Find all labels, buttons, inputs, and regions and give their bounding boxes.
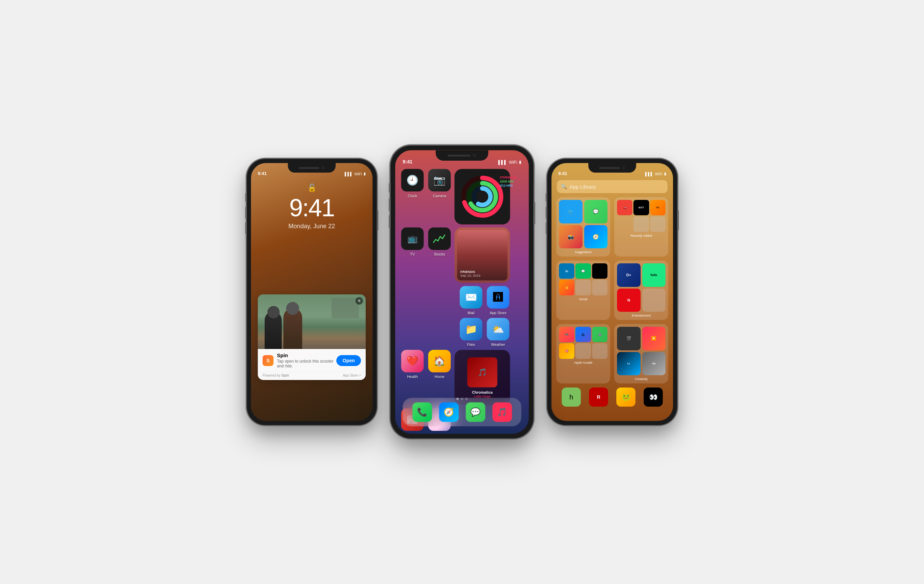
files-app-icon[interactable]: 📁 [460, 318, 482, 341]
recently-added-folder[interactable]: 🚗 NYT 🍽 Recent [614, 197, 668, 257]
home-app-grid: 🕘 Clock 📷 Camera [401, 169, 524, 434]
weather-icon-wrap[interactable]: ⛅ Weather [486, 318, 510, 347]
stocks-label: Stocks [434, 252, 445, 256]
battery-icon: ▮ [364, 171, 366, 176]
entertainment-folder[interactable]: D+ hulu N Entertainment [614, 261, 668, 320]
music-bg: 🎵 Chromatica Lady Gaga [454, 350, 510, 405]
camera-app-icon[interactable]: 📷 [428, 169, 451, 191]
netflix-icon[interactable]: N [617, 289, 640, 312]
arcade-label: Apple Arcade [559, 361, 607, 364]
files-icon-wrap[interactable]: 📁 Files [459, 318, 483, 347]
volume-up-button-3[interactable] [546, 207, 547, 219]
linkedin-icon[interactable]: in [559, 263, 574, 279]
health-icon-wrap[interactable]: ❤️ Health [401, 350, 424, 378]
volume-up-button[interactable] [245, 207, 247, 219]
tv-icon-wrap[interactable]: 📺 TV [401, 227, 424, 257]
appstore-icon-wrap[interactable]: 🅰 App Store [486, 286, 510, 315]
home-icon-wrap[interactable]: 🏠 Home [427, 350, 451, 378]
activity-widget[interactable]: 375/500 CAL 19/30 MIN 4/12 HRS [454, 169, 510, 224]
song-artist: Lady Gaga [474, 394, 490, 398]
power-button[interactable] [377, 210, 378, 230]
safari-icon-lib[interactable]: 🧭 [584, 225, 608, 249]
wechat-icon[interactable]: 💬 [575, 263, 591, 279]
stocks-icon-wrap[interactable]: Stocks [427, 227, 451, 257]
creativity-grid: 🎬 ▶️ Lr Aa [617, 327, 665, 375]
song-title: Chromatica [472, 390, 493, 394]
notification-close[interactable]: ✕ [355, 297, 363, 304]
suggestions-folder[interactable]: 🐦 💬 📸 🧭 [556, 197, 610, 257]
mail-app-icon[interactable]: ✉️ [460, 286, 482, 308]
eyes-icon[interactable]: 👀 [644, 388, 663, 406]
volume-down-button-2[interactable] [389, 215, 391, 229]
music-widget[interactable]: 🎵 Chromatica Lady Gaga [454, 350, 510, 405]
power-button-3[interactable] [677, 210, 679, 230]
hulu-icon[interactable]: hulu [642, 263, 666, 287]
clock-app-icon[interactable]: 🕘 [401, 169, 424, 191]
aa-icon[interactable]: Aa [642, 352, 666, 375]
home-app-icon[interactable]: 🏠 [428, 350, 451, 372]
epi-icon[interactable]: 🍽 [650, 200, 665, 215]
arcade-game3[interactable]: 👾 [592, 327, 607, 342]
wobble-icon[interactable]: 👋 [559, 280, 574, 295]
action-icon[interactable]: ▶️ [642, 327, 666, 350]
arcade-empty1 [575, 343, 591, 359]
clock-icon-wrap[interactable]: 🕘 Clock [401, 169, 424, 198]
notification-body: Tap open to unlock this scooter and ride… [277, 359, 337, 368]
phone-app-library: 9:41 ▌▌▌ WiFi ▮ 🔍 App Library [547, 159, 677, 425]
dock-phone-icon[interactable]: 📞 [412, 402, 432, 422]
volume-up-button-2[interactable] [389, 198, 391, 212]
volume-down-button-3[interactable] [546, 222, 547, 234]
houzz-wrap[interactable]: h [562, 388, 581, 406]
arcade-game1[interactable]: 🎮 [559, 327, 574, 342]
social-folder[interactable]: in 💬 ♪ 👋 [556, 261, 610, 320]
powered-by-text: Powered by Spin [262, 373, 289, 377]
stocks-app-icon[interactable] [428, 227, 451, 250]
screencast-icon[interactable]: 🎬 [617, 327, 640, 350]
silent-button-3[interactable] [546, 193, 547, 202]
mail-icon-wrap[interactable]: ✉️ Mail [459, 286, 483, 315]
tv-app-icon[interactable]: 📺 [401, 227, 424, 250]
home-row-1: 🕘 Clock 📷 Camera [401, 169, 524, 224]
weather-app-icon[interactable]: ⛅ [487, 318, 510, 341]
houzz-icon[interactable]: h [562, 388, 581, 406]
twitter-icon[interactable]: 🐦 [559, 200, 582, 224]
disney-icon[interactable]: D+ [617, 263, 640, 287]
power-button-2[interactable] [533, 202, 535, 224]
instagram-icon[interactable]: 📸 [559, 225, 582, 249]
dock-messages-icon[interactable]: 💬 [465, 402, 485, 422]
messages-bubble: 💬 [593, 209, 599, 214]
dock-music-icon[interactable]: 🎵 [492, 402, 512, 422]
home-row-3: ✉️ Mail 📁 Files [401, 286, 524, 347]
arcade-game4[interactable]: 🎯 [559, 343, 574, 359]
eyes-wrap[interactable]: 👀 [644, 388, 663, 406]
health-app-icon[interactable]: ❤️ [401, 350, 424, 372]
nyt-icon[interactable]: NYT [634, 200, 649, 215]
character-wrap[interactable]: 🐸 [616, 388, 635, 406]
camera-icon-wrap[interactable]: 📷 Camera [427, 169, 451, 198]
app-library-search[interactable]: 🔍 App Library [557, 180, 668, 193]
search-icon: 🔍 [561, 184, 567, 189]
dock-safari-icon[interactable]: 🧭 [439, 402, 458, 422]
arcade-game2[interactable]: 🕹 [575, 327, 591, 342]
silent-button-2[interactable] [389, 183, 391, 193]
notification-open-button[interactable]: Open [337, 355, 361, 366]
appstore-app-icon[interactable]: 🅰 [487, 286, 510, 308]
messages-icon-lib[interactable]: 💬 [584, 200, 608, 224]
library-row-1: 🐦 💬 📸 🧭 [556, 197, 668, 257]
lr-icon[interactable]: Lr [617, 352, 640, 375]
health-emoji: ❤️ [406, 355, 418, 367]
apple-arcade-folder[interactable]: 🎮 🕹 👾 🎯 [556, 324, 610, 383]
library-row-3: 🎮 🕹 👾 🎯 [556, 324, 668, 383]
character-icon[interactable]: 🐸 [616, 388, 635, 406]
rakuten-icon[interactable]: R [589, 388, 608, 406]
volume-down-button[interactable] [245, 222, 247, 234]
photo-title: FRIENDS [460, 270, 480, 273]
photos-widget[interactable]: FRIENDS Sep 10, 2019 [454, 227, 510, 283]
appstore-link[interactable]: App Store > [343, 373, 361, 377]
arcade-empty2 [592, 343, 607, 359]
creativity-folder[interactable]: 🎬 ▶️ Lr Aa [614, 324, 668, 383]
tiktok-icon[interactable]: ♪ [592, 263, 607, 279]
doordash-icon[interactable]: 🚗 [617, 200, 632, 215]
rakuten-wrap[interactable]: R [589, 388, 608, 406]
silent-button[interactable] [245, 193, 247, 202]
